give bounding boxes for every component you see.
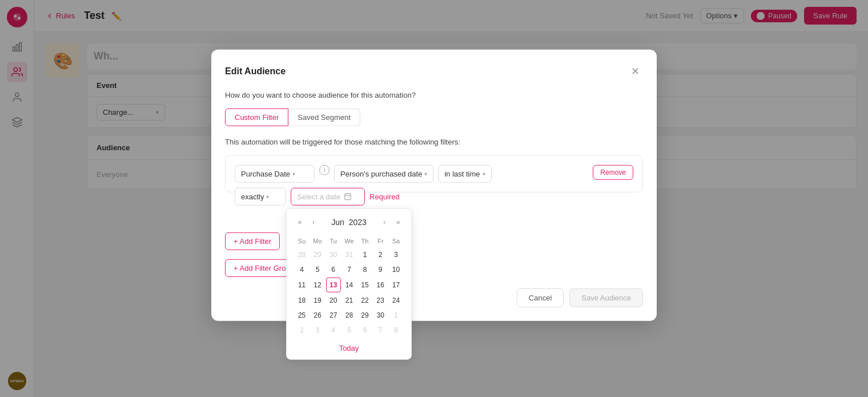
calendar-day[interactable]: 21 bbox=[342, 293, 357, 307]
calendar-day[interactable]: 2 bbox=[295, 323, 309, 336]
edit-audience-modal: Edit Audience ✕ How do you want to choos… bbox=[211, 49, 657, 320]
calendar-day[interactable]: 16 bbox=[373, 277, 388, 292]
save-audience-button[interactable]: Save Audience bbox=[569, 288, 643, 307]
calendar-day[interactable]: 7 bbox=[342, 262, 357, 276]
filter-operator-select[interactable]: in last time ▾ bbox=[438, 165, 491, 182]
weekday-sa: Sa bbox=[389, 235, 403, 246]
calendar-day[interactable]: 11 bbox=[295, 277, 309, 292]
calendar-day[interactable]: 3 bbox=[389, 247, 403, 261]
audience-question: How do you want to choose audience for t… bbox=[225, 90, 643, 99]
filter-field-select[interactable]: Purchase Date ▾ bbox=[235, 165, 315, 182]
calendar-day[interactable]: 19 bbox=[310, 293, 325, 307]
calendar-icon bbox=[344, 193, 352, 200]
calendar-day[interactable]: 23 bbox=[373, 293, 388, 307]
filter-second-row: exactly ▾ Select a date Required « ‹ bbox=[235, 187, 400, 205]
tab-saved-segment[interactable]: Saved Segment bbox=[288, 108, 360, 126]
weekday-th: Th bbox=[357, 235, 372, 246]
modal-title: Edit Audience bbox=[225, 66, 286, 76]
tab-custom-filter[interactable]: Custom Filter bbox=[225, 108, 288, 126]
calendar-day[interactable]: 4 bbox=[295, 262, 309, 276]
calendar-day[interactable]: 29 bbox=[310, 247, 325, 261]
calendar-day[interactable]: 28 bbox=[342, 308, 357, 322]
calendar-day[interactable]: 26 bbox=[310, 308, 325, 322]
filter-operator2-select[interactable]: exactly ▾ bbox=[235, 187, 286, 205]
calendar-day[interactable]: 30 bbox=[373, 308, 388, 322]
app-background: ARTMEES Rules Test ✏️ Not Saved Yet Opti… bbox=[0, 0, 868, 397]
svg-rect-9 bbox=[345, 194, 351, 200]
calendar-day[interactable]: 5 bbox=[310, 262, 325, 276]
calendar-nav-left: « ‹ bbox=[294, 215, 320, 228]
calendar-day[interactable]: 12 bbox=[310, 277, 325, 292]
calendar-grid: Su Mo Tu We Th Fr Sa 2829303112345678910… bbox=[294, 234, 404, 338]
cancel-button[interactable]: Cancel bbox=[517, 288, 564, 307]
prev-month-button[interactable]: ‹ bbox=[307, 215, 320, 228]
add-filter-button[interactable]: + Add Filter bbox=[225, 232, 280, 250]
calendar-header: « ‹ Jun 2023 › » bbox=[294, 215, 404, 228]
calendar-day[interactable]: 31 bbox=[342, 247, 357, 261]
calendar-day[interactable]: 8 bbox=[357, 262, 372, 276]
calendar-day[interactable]: 24 bbox=[389, 293, 403, 307]
calendar-day[interactable]: 15 bbox=[357, 277, 372, 292]
filter-description: This automation will be triggered for th… bbox=[225, 137, 643, 146]
required-badge: Required bbox=[369, 192, 400, 200]
calendar-day[interactable]: 17 bbox=[389, 277, 403, 292]
calendar-day[interactable]: 9 bbox=[373, 262, 388, 276]
calendar-day[interactable]: 4 bbox=[326, 323, 341, 336]
calendar-day[interactable]: 1 bbox=[389, 308, 403, 322]
filter-condition-select[interactable]: Person's purchased date ▾ bbox=[334, 165, 433, 182]
calendar-day[interactable]: 20 bbox=[326, 293, 341, 307]
calendar-day[interactable]: 27 bbox=[326, 308, 341, 322]
calendar-day[interactable]: 14 bbox=[342, 277, 357, 292]
calendar-day[interactable]: 1 bbox=[357, 247, 372, 261]
calendar-day[interactable]: 5 bbox=[342, 323, 357, 336]
weekday-tu: Tu bbox=[326, 235, 341, 246]
weekday-we: We bbox=[342, 235, 357, 246]
calendar-day[interactable]: 22 bbox=[357, 293, 372, 307]
calendar-day[interactable]: 25 bbox=[295, 308, 309, 322]
calendar-day[interactable]: 3 bbox=[310, 323, 325, 336]
chevron-down-icon: ▾ bbox=[292, 170, 295, 177]
close-icon[interactable]: ✕ bbox=[627, 63, 643, 79]
today-button[interactable]: Today bbox=[294, 343, 404, 352]
tab-group: Custom Filter Saved Segment bbox=[225, 108, 643, 126]
calendar-nav-right: › » bbox=[378, 215, 404, 228]
info-icon[interactable]: i bbox=[319, 165, 329, 175]
chevron-down-icon: ▾ bbox=[483, 170, 485, 177]
calendar-day[interactable]: 13 bbox=[326, 277, 341, 292]
calendar-day[interactable]: 7 bbox=[373, 323, 388, 336]
next-year-button[interactable]: » bbox=[392, 215, 404, 228]
weekday-mo: Mo bbox=[310, 235, 325, 246]
calendar-day[interactable]: 8 bbox=[389, 323, 403, 336]
calendar-day[interactable]: 29 bbox=[357, 308, 372, 322]
calendar-day[interactable]: 2 bbox=[373, 247, 388, 261]
chevron-down-icon: ▾ bbox=[266, 193, 269, 199]
calendar-day[interactable]: 30 bbox=[326, 247, 341, 261]
date-input[interactable]: Select a date bbox=[291, 187, 365, 205]
modal-header: Edit Audience ✕ bbox=[225, 63, 643, 79]
calendar-month-year: Jun 2023 bbox=[331, 217, 367, 226]
weekday-fr: Fr bbox=[373, 235, 388, 246]
calendar-day[interactable]: 28 bbox=[295, 247, 309, 261]
calendar-popup: « ‹ Jun 2023 › » bbox=[286, 208, 412, 359]
weekday-su: Su bbox=[295, 235, 309, 246]
prev-year-button[interactable]: « bbox=[294, 215, 306, 228]
calendar-day[interactable]: 6 bbox=[326, 262, 341, 276]
next-month-button[interactable]: › bbox=[378, 215, 391, 228]
filter-row: Purchase Date ▾ i Person's purchased dat… bbox=[225, 155, 643, 192]
chevron-down-icon: ▾ bbox=[424, 170, 427, 177]
calendar-day[interactable]: 10 bbox=[389, 262, 403, 276]
calendar-day[interactable]: 18 bbox=[295, 293, 309, 307]
calendar-day[interactable]: 6 bbox=[357, 323, 372, 336]
remove-filter-button[interactable]: Remove bbox=[593, 165, 633, 179]
